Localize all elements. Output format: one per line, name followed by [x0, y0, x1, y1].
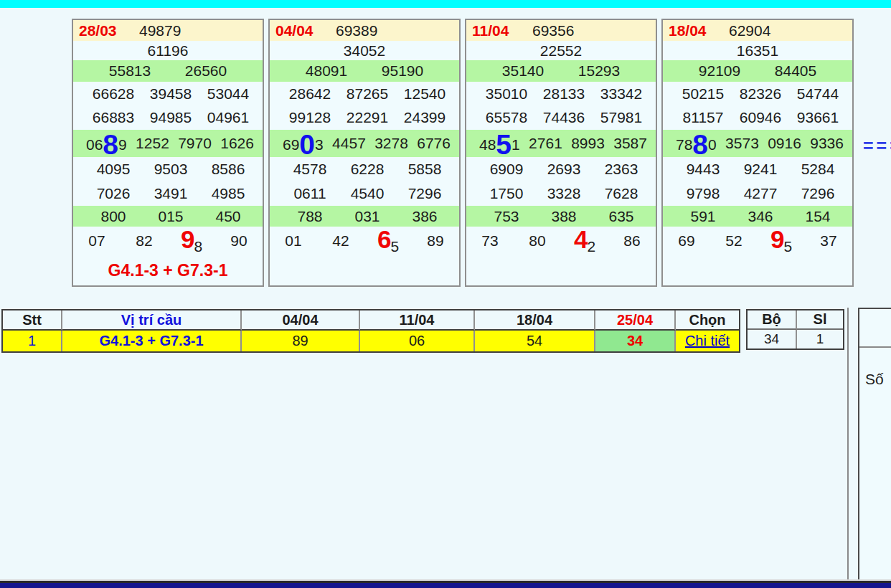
prize-number: 99128	[289, 109, 331, 126]
prize-number: 57981	[600, 109, 642, 126]
pivot-suffix: 9	[118, 136, 127, 153]
prize-number: 388	[551, 208, 576, 225]
panel-header-row: 11/0469356	[466, 20, 656, 41]
prize-panel: 11/0469356225523514015293350102813333342…	[465, 19, 657, 287]
prize-number: 5284	[801, 161, 835, 178]
prize-number: 3278	[374, 135, 408, 152]
panel-header-row: 18/0462904	[663, 20, 852, 41]
prize-number: 65578	[486, 109, 527, 126]
result-big-digit: 4	[574, 233, 588, 246]
prize-row: 502158232654744	[663, 82, 852, 105]
pivot-number: 6903	[283, 134, 324, 153]
prize-number: 22291	[346, 109, 388, 126]
content-right-border	[847, 308, 849, 582]
result-number: 80	[529, 232, 545, 250]
special-prize: 69389	[336, 22, 377, 39]
prize-number: 4985	[212, 185, 245, 202]
prize-number: 635	[608, 208, 633, 225]
row-value-3: 54	[475, 331, 595, 351]
prize-number: 015	[158, 208, 183, 225]
row-value-1: 89	[242, 331, 360, 351]
pivot-row: 4851276189933587	[466, 130, 656, 157]
bridge-label-row	[270, 255, 459, 285]
prize-number: 39458	[150, 85, 192, 103]
right-panel-header	[859, 309, 891, 348]
detail-link[interactable]: Chi tiết	[685, 333, 730, 349]
pivot-prefix: 06	[86, 136, 103, 153]
prize-number: 66628	[93, 85, 134, 103]
pivot-big-digit: 8	[103, 138, 118, 151]
prize-number: 9443	[687, 161, 720, 178]
prize-number: 5858	[408, 161, 442, 178]
prize-row: 979842777296	[663, 181, 852, 206]
result-number: 42	[332, 232, 349, 250]
col-header-chon: Chọn	[676, 310, 739, 331]
prize-row: 591346154	[663, 206, 852, 227]
prize-number: 53044	[207, 85, 249, 103]
prize-number: 3491	[154, 185, 188, 202]
result-number: 82	[136, 232, 152, 250]
prize-number: 8586	[212, 161, 245, 178]
col-header-date1: 04/04	[242, 310, 360, 331]
prize-number: 031	[354, 208, 380, 225]
row-value-4: 34	[595, 331, 676, 351]
result-number: 90	[230, 232, 247, 250]
row-stt: 1	[3, 331, 62, 351]
prize-number: 2363	[605, 161, 638, 178]
prize-row: 655787443657981	[466, 105, 656, 130]
pivot-prefix: 78	[676, 136, 692, 153]
col-header-position: Vị trí cầu	[62, 310, 242, 331]
result-number: 37	[820, 232, 836, 250]
prize-number: 7970	[178, 135, 212, 152]
prize-number: 7296	[408, 185, 442, 202]
panel-date: 04/04	[270, 22, 336, 39]
result-number: 86	[623, 232, 640, 250]
result-number: 73	[481, 232, 498, 250]
prize-number: 6776	[417, 135, 451, 152]
bridge-table: Stt Vị trí cầu 04/04 11/04 18/04 25/04 C…	[1, 309, 740, 353]
prize-panel: 28/0349879611965581326560666283945853044…	[72, 19, 264, 287]
prize-number: 4540	[351, 185, 385, 202]
result-highlight: 65	[377, 232, 399, 250]
prize-number: 346	[748, 208, 773, 225]
prize-number: 55813	[109, 62, 151, 80]
prize-number: 9336	[810, 135, 844, 152]
result-row: 07829890	[73, 227, 263, 255]
prize-number: 74436	[543, 109, 585, 126]
prize-row: 788031386	[270, 206, 459, 227]
equals-marker: ===	[863, 136, 891, 156]
prize-row: 9210984405	[663, 60, 852, 82]
top-cyan-bar	[0, 0, 891, 8]
pivot-big-digit: 8	[692, 138, 708, 151]
bridge-label-row	[466, 255, 656, 285]
prize-number: 788	[297, 208, 322, 225]
special-prize: 49879	[139, 22, 181, 39]
prize-number: 82326	[740, 85, 781, 103]
prize-number: 16351	[737, 42, 778, 60]
prize-number: 28642	[289, 85, 331, 103]
prize-number: 9241	[744, 161, 778, 178]
prize-number: 591	[690, 208, 715, 225]
bridge-label: G4.1-3 + G7.3-1	[108, 261, 228, 280]
prize-row: 34052	[270, 41, 459, 60]
special-prize: 69356	[532, 22, 574, 39]
pivot-row: 6903445732786776	[270, 130, 459, 157]
prize-number: 0916	[768, 135, 801, 152]
prize-number: 12540	[404, 85, 446, 103]
prize-number: 3328	[547, 185, 581, 202]
prize-row: 61196	[73, 41, 263, 60]
result-row: 01426589	[270, 227, 459, 255]
result-small-digit: 5	[783, 238, 792, 255]
result-highlight: 42	[574, 232, 595, 250]
prize-number: 4277	[744, 185, 778, 202]
prize-number: 2761	[529, 135, 562, 152]
prize-row: 666283945853044	[73, 82, 263, 105]
prize-number: 753	[494, 208, 519, 225]
prize-number: 04961	[207, 109, 249, 126]
row-position: G4.1-3 + G7.3-1	[62, 331, 242, 351]
pivot-row: 7880357309169336	[663, 130, 852, 157]
bottom-blue-strip	[0, 583, 891, 588]
panel-header-row: 04/0469389	[270, 20, 459, 41]
col-header-bo: Bộ	[748, 310, 797, 330]
prize-number: 22552	[540, 42, 582, 60]
